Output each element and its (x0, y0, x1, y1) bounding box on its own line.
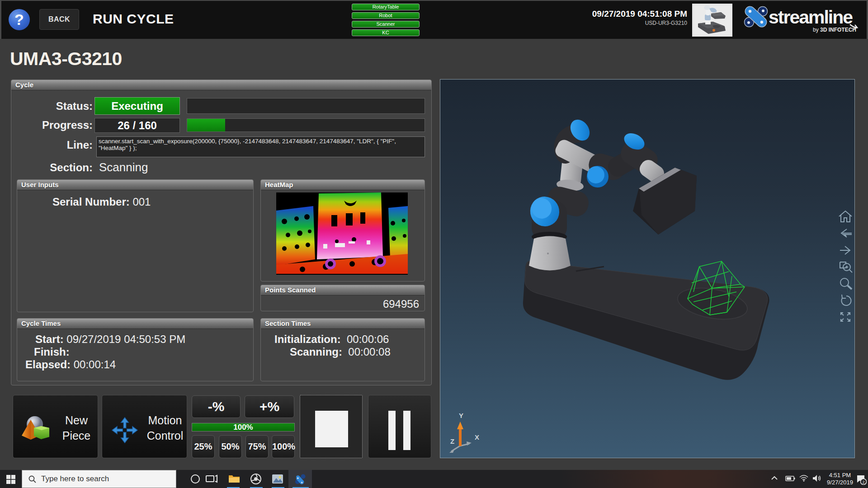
svg-text:Z: Z (450, 437, 454, 445)
svg-text:X: X (475, 433, 479, 441)
svg-text:2: 2 (862, 480, 864, 484)
svg-text:Y: Y (459, 412, 463, 419)
svg-text:streamline: streamline (769, 7, 853, 28)
svg-text:by 3D INFOTECH: by 3D INFOTECH (813, 27, 856, 33)
